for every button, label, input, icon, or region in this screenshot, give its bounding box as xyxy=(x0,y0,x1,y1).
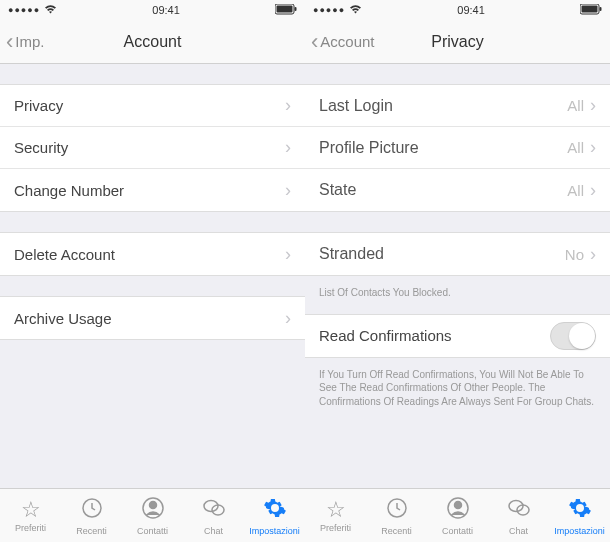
status-bar: ●●●●● 09:41 xyxy=(0,0,305,20)
row-label: Privacy xyxy=(14,97,285,114)
chevron-right-icon: › xyxy=(285,244,291,265)
svg-rect-10 xyxy=(600,7,602,11)
row-delete-account[interactable]: Delete Account › xyxy=(0,233,305,275)
list-group-read: Read Confirmations xyxy=(305,314,610,358)
tab-label: Impostazioni xyxy=(554,526,605,536)
chat-icon xyxy=(202,496,226,524)
content-area: Privacy › Security › Change Number › Del… xyxy=(0,64,305,488)
row-label: Archive Usage xyxy=(14,310,285,327)
row-value: All xyxy=(567,139,584,156)
tab-preferiti[interactable]: ☆ Preferiti xyxy=(305,499,366,533)
tab-impostazioni[interactable]: Impostazioni xyxy=(549,496,610,536)
svg-point-13 xyxy=(454,501,461,508)
row-stranded[interactable]: Stranded No › xyxy=(305,233,610,275)
star-icon: ☆ xyxy=(21,499,41,521)
nav-bar: ‹ Account Privacy xyxy=(305,20,610,64)
tab-label: Contatti xyxy=(137,526,168,536)
toggle-knob xyxy=(569,323,595,349)
tab-label: Chat xyxy=(204,526,223,536)
chevron-right-icon: › xyxy=(285,137,291,158)
tab-chat[interactable]: Chat xyxy=(183,496,244,536)
chevron-right-icon: › xyxy=(285,308,291,329)
nav-back-label: Account xyxy=(320,33,374,50)
tab-bar: ☆ Preferiti Recenti Contatti Chat Impo xyxy=(305,488,610,542)
row-label: Stranded xyxy=(319,245,565,263)
contact-icon xyxy=(446,496,470,524)
chat-icon xyxy=(507,496,531,524)
list-group-1: Privacy › Security › Change Number › xyxy=(0,84,305,212)
nav-bar: ‹ Imp. Account xyxy=(0,20,305,64)
nav-title: Account xyxy=(8,33,297,51)
row-state[interactable]: State All › xyxy=(305,169,610,211)
tab-label: Preferiti xyxy=(15,523,46,533)
row-last-login[interactable]: Last Login All › xyxy=(305,85,610,127)
gear-icon xyxy=(263,496,287,524)
tab-label: Recenti xyxy=(381,526,412,536)
row-value: All xyxy=(567,97,584,114)
row-value: No xyxy=(565,246,584,263)
chevron-right-icon: › xyxy=(590,137,596,158)
row-label: Security xyxy=(14,139,285,156)
row-value: All xyxy=(567,182,584,199)
row-security[interactable]: Security › xyxy=(0,127,305,169)
row-label: Delete Account xyxy=(14,246,285,263)
row-label: Read Confirmations xyxy=(319,327,550,344)
row-change-number[interactable]: Change Number › xyxy=(0,169,305,211)
contact-icon xyxy=(141,496,165,524)
nav-back-label: Imp. xyxy=(15,33,44,50)
chevron-left-icon: ‹ xyxy=(311,31,318,53)
nav-back-button[interactable]: ‹ Account xyxy=(311,31,375,53)
tab-contatti[interactable]: Contatti xyxy=(122,496,183,536)
tab-label: Recenti xyxy=(76,526,107,536)
read-confirmations-toggle[interactable] xyxy=(550,322,596,350)
chevron-right-icon: › xyxy=(285,95,291,116)
screen-account: ●●●●● 09:41 ‹ Imp. Account Privacy › Sec… xyxy=(0,0,305,542)
svg-rect-2 xyxy=(295,7,297,11)
list-group-blocked: Stranded No › xyxy=(305,232,610,276)
blocked-footer-note: List Of Contacts You Blocked. xyxy=(305,280,610,314)
tab-impostazioni[interactable]: Impostazioni xyxy=(244,496,305,536)
row-label: Profile Picture xyxy=(319,139,567,157)
battery-icon xyxy=(275,3,297,18)
chevron-right-icon: › xyxy=(285,180,291,201)
status-bar: ●●●●● 09:41 xyxy=(305,0,610,20)
svg-rect-1 xyxy=(277,5,293,12)
svg-point-5 xyxy=(149,501,156,508)
tab-label: Impostazioni xyxy=(249,526,300,536)
tab-recenti[interactable]: Recenti xyxy=(61,496,122,536)
chevron-right-icon: › xyxy=(590,244,596,265)
tab-preferiti[interactable]: ☆ Preferiti xyxy=(0,499,61,533)
signal-dots: ●●●●● xyxy=(8,5,40,15)
tab-label: Preferiti xyxy=(320,523,351,533)
list-group-3: Archive Usage › xyxy=(0,296,305,340)
gear-icon xyxy=(568,496,592,524)
row-privacy[interactable]: Privacy › xyxy=(0,85,305,127)
tab-label: Contatti xyxy=(442,526,473,536)
tab-chat[interactable]: Chat xyxy=(488,496,549,536)
signal-dots: ●●●●● xyxy=(313,5,345,15)
chevron-right-icon: › xyxy=(590,180,596,201)
status-time: 09:41 xyxy=(457,4,485,16)
chevron-right-icon: › xyxy=(590,95,596,116)
tab-label: Chat xyxy=(509,526,528,536)
list-group-2: Delete Account › xyxy=(0,232,305,276)
tab-bar: ☆ Preferiti Recenti Contatti Chat Impo xyxy=(0,488,305,542)
list-group-visibility: Last Login All › Profile Picture All › S… xyxy=(305,84,610,212)
tab-recenti[interactable]: Recenti xyxy=(366,496,427,536)
read-footer-note: If You Turn Off Read Confirmations, You … xyxy=(305,362,610,423)
content-area: Last Login All › Profile Picture All › S… xyxy=(305,64,610,488)
nav-back-button[interactable]: ‹ Imp. xyxy=(6,31,45,53)
clock-icon xyxy=(385,496,409,524)
tab-contatti[interactable]: Contatti xyxy=(427,496,488,536)
row-read-confirmations: Read Confirmations xyxy=(305,315,610,357)
row-label: Change Number xyxy=(14,182,285,199)
row-profile-picture[interactable]: Profile Picture All › xyxy=(305,127,610,169)
star-icon: ☆ xyxy=(326,499,346,521)
screen-privacy: ●●●●● 09:41 ‹ Account Privacy Last Login… xyxy=(305,0,610,542)
row-archive-usage[interactable]: Archive Usage › xyxy=(0,297,305,339)
row-label: State xyxy=(319,181,567,199)
svg-rect-9 xyxy=(582,5,598,12)
clock-icon xyxy=(80,496,104,524)
wifi-icon xyxy=(44,4,57,16)
row-label: Last Login xyxy=(319,97,567,115)
